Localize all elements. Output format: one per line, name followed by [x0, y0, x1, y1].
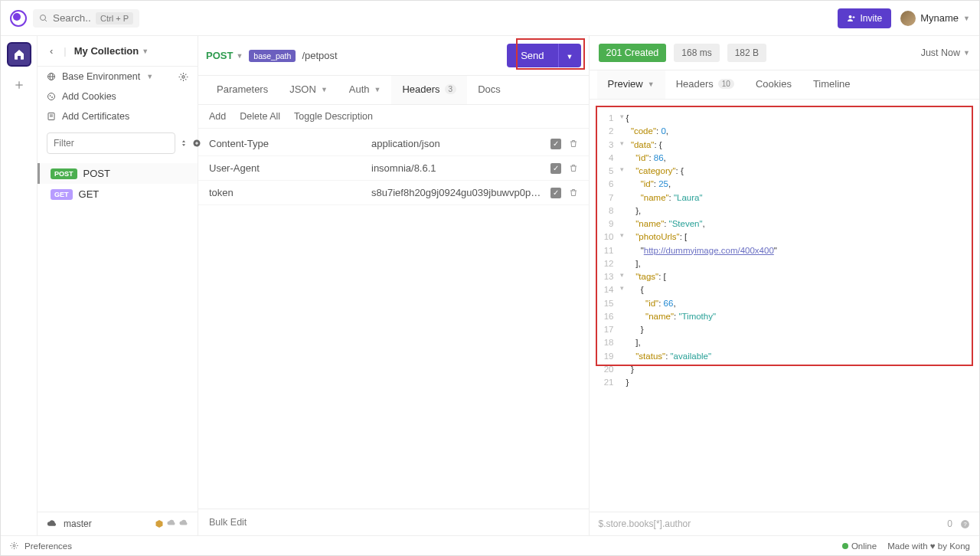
collection-title[interactable]: My Collection ▼ — [74, 45, 149, 57]
delete-icon[interactable] — [569, 188, 578, 198]
cookie-icon — [47, 92, 56, 101]
certificate-icon — [47, 112, 56, 121]
header-name[interactable]: User-Agent — [209, 162, 362, 174]
table-row: User-Agent insomnia/8.6.1 ✓ — [198, 156, 589, 181]
svg-point-2 — [848, 15, 851, 18]
svg-point-11 — [48, 93, 55, 100]
chevron-down-icon: ▼ — [236, 52, 243, 60]
delete-icon[interactable] — [569, 139, 578, 149]
help-icon[interactable]: ? — [960, 519, 970, 529]
search-icon — [39, 14, 48, 23]
send-button[interactable]: Send — [507, 44, 557, 67]
checkbox-icon[interactable]: ✓ — [550, 163, 561, 174]
toggle-description[interactable]: Toggle Description — [294, 111, 373, 122]
delete-icon[interactable] — [569, 163, 578, 173]
badge: 3 — [445, 84, 457, 94]
iconbar-home[interactable] — [7, 42, 31, 67]
jsonpath-input[interactable]: $.store.books[*].author — [599, 518, 948, 529]
chevron-down-icon: ▼ — [374, 86, 381, 93]
method-tag: POST — [51, 168, 77, 179]
tab-body[interactable]: JSON▼ — [279, 76, 338, 104]
back-button[interactable]: ‹ — [47, 44, 56, 58]
chevron-down-icon: ▼ — [321, 86, 328, 93]
svg-line-1 — [45, 19, 47, 21]
tab-timeline[interactable]: Timeline — [802, 70, 861, 99]
response-time: 168 ms — [674, 44, 719, 62]
preferences-link[interactable]: Preferences — [24, 541, 72, 551]
match-count: 0 — [947, 518, 952, 529]
method-selector[interactable]: POST ▼ — [206, 50, 243, 61]
request-pane: POST ▼ base_path /petpost Send ▼ Paramet… — [198, 36, 590, 535]
svg-point-0 — [41, 15, 46, 20]
header-value[interactable]: application/json — [371, 138, 541, 149]
globe-icon — [47, 72, 56, 81]
made-with: Made with ♥ by Kong — [887, 541, 970, 551]
iconbar-add[interactable] — [7, 73, 31, 97]
filter-input[interactable] — [47, 132, 175, 154]
box-icon[interactable] — [155, 519, 164, 528]
svg-point-10 — [182, 75, 185, 77]
chevron-down-icon: ▼ — [648, 80, 655, 88]
avatar — [900, 11, 916, 26]
person-plus-icon — [847, 14, 856, 23]
header-value[interactable]: insomnia/8.6.1 — [371, 162, 541, 174]
response-tabs: Preview▼ Headers 10 Cookies Timeline — [590, 70, 980, 100]
svg-point-12 — [50, 96, 51, 96]
sidebar: ‹ | My Collection ▼ Base Environment ▼ — [38, 36, 198, 535]
list-item[interactable]: GET GET — [38, 184, 198, 204]
tab-cookies[interactable]: Cookies — [745, 70, 802, 99]
chevron-down-icon: ▼ — [146, 73, 153, 80]
add-cookies[interactable]: Add Cookies — [38, 87, 198, 106]
checkbox-icon[interactable]: ✓ — [550, 188, 561, 198]
base-path-tag[interactable]: base_path — [249, 50, 296, 62]
username: Myname — [920, 12, 959, 24]
url-path[interactable]: /petpost — [302, 50, 337, 61]
header-actions: Add Delete All Toggle Description — [198, 105, 589, 129]
topbar: Ctrl + P Invite Myname ▼ — [1, 1, 979, 36]
cloud-push-icon[interactable] — [179, 519, 188, 528]
tab-parameters[interactable]: Parameters — [206, 76, 279, 104]
tab-response-headers[interactable]: Headers 10 — [665, 70, 745, 99]
checkbox-icon[interactable]: ✓ — [550, 139, 561, 149]
add-header[interactable]: Add — [209, 111, 226, 122]
search-input[interactable] — [53, 12, 91, 24]
method-tag: GET — [51, 189, 73, 200]
response-footer: $.store.books[*].author 0 ? — [590, 512, 980, 535]
status-badge: 201 Created — [599, 44, 667, 62]
response-body[interactable]: 1▾{2 "code": 0,3▾ "data": {4 "id": 86,5▾… — [596, 106, 974, 366]
header-value[interactable]: s8u7ief8h20g9j0924gu039jbuwvp0pei029 — [371, 187, 541, 198]
badge: 10 — [718, 79, 734, 89]
header-name[interactable]: token — [209, 187, 362, 198]
send-dropdown[interactable]: ▼ — [558, 44, 581, 67]
tab-auth[interactable]: Auth▼ — [338, 76, 392, 104]
request-tabs: Parameters JSON▼ Auth▼ Headers 3 Docs — [198, 76, 589, 105]
header-name[interactable]: Content-Type — [209, 138, 362, 149]
headers-table: Content-Type application/json ✓ User-Age… — [198, 129, 589, 208]
add-certificates[interactable]: Add Certificates — [38, 106, 198, 126]
response-status-bar: 201 Created 168 ms 182 B Just Now ▼ — [590, 36, 980, 70]
search-box[interactable]: Ctrl + P — [33, 9, 139, 28]
chevron-down-icon: ▼ — [963, 15, 970, 22]
sort-icon[interactable] — [180, 136, 188, 151]
chevron-down-icon: ▼ — [142, 47, 149, 55]
branch-label[interactable]: master — [64, 518, 92, 529]
invite-button[interactable]: Invite — [838, 8, 892, 28]
bulk-edit[interactable]: Bulk Edit — [198, 509, 589, 535]
svg-point-13 — [52, 97, 53, 98]
gear-icon[interactable] — [178, 72, 188, 82]
tab-headers[interactable]: Headers 3 — [391, 76, 467, 104]
svg-point-22 — [13, 545, 15, 547]
gear-icon[interactable] — [10, 541, 18, 550]
list-item[interactable]: POST POST — [38, 163, 198, 184]
delete-all-headers[interactable]: Delete All — [240, 111, 280, 122]
table-row: token s8u7ief8h20g9j0924gu039jbuwvp0pei0… — [198, 181, 589, 205]
response-history[interactable]: Just Now ▼ — [921, 47, 970, 58]
cloud-pull-icon[interactable] — [167, 519, 176, 528]
tab-docs[interactable]: Docs — [467, 76, 511, 104]
svg-text:?: ? — [963, 521, 966, 528]
tab-preview[interactable]: Preview▼ — [597, 70, 665, 99]
environment-selector[interactable]: Base Environment ▼ — [38, 67, 198, 87]
online-status: Online — [842, 541, 877, 551]
user-menu[interactable]: Myname ▼ — [900, 11, 970, 26]
request-list: POST POST GET GET — [38, 160, 198, 512]
